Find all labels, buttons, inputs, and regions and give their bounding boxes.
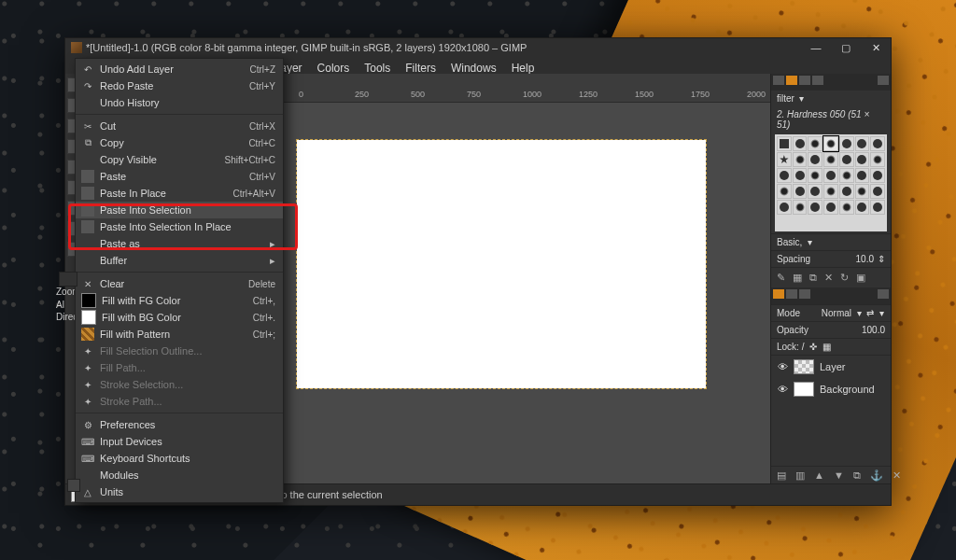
menu-label: Paste Into Selection In Place bbox=[100, 221, 232, 232]
layer-group-icon[interactable]: ▥ bbox=[795, 469, 805, 482]
menu-fill-selection-outline: ✦Fill Selection Outline... bbox=[76, 343, 283, 359]
modules-icon bbox=[81, 469, 94, 482]
opacity-row[interactable]: Opacity 100.0 bbox=[771, 321, 891, 338]
pattern-swatch-icon bbox=[81, 328, 94, 341]
menu-separator bbox=[76, 272, 283, 273]
menu-fill-path: ✦Fill Path... bbox=[76, 359, 283, 376]
menu-undo[interactable]: ↶Undo Add LayerCtrl+Z bbox=[76, 61, 283, 77]
minimize-button[interactable]: — bbox=[810, 42, 822, 53]
maximize-button[interactable]: ▢ bbox=[840, 42, 851, 53]
close-button[interactable]: ✕ bbox=[870, 42, 881, 53]
filter-label: filter bbox=[777, 93, 794, 104]
brush-grid[interactable] bbox=[775, 134, 887, 231]
duplicate-brush-icon[interactable]: ⧉ bbox=[809, 272, 817, 284]
menu-paste[interactable]: PasteCtrl+V bbox=[76, 168, 283, 185]
ruler-tick: 250 bbox=[355, 90, 369, 99]
menu-label: Stroke Path... bbox=[100, 396, 162, 407]
lock-pixels-icon[interactable]: ✜ bbox=[809, 342, 817, 352]
duplicate-layer-icon[interactable]: ⧉ bbox=[853, 469, 861, 482]
ruler-tick: 500 bbox=[411, 90, 425, 99]
edit-brush-icon[interactable]: ✎ bbox=[777, 272, 785, 284]
layer-row[interactable]: 👁 Layer bbox=[771, 356, 891, 378]
fg-swatch-icon bbox=[81, 293, 96, 308]
menu-copy[interactable]: ⧉CopyCtrl+C bbox=[76, 134, 283, 151]
lock-row[interactable]: Lock: / ✜ ▦ bbox=[771, 338, 891, 355]
menu-modules[interactable]: Modules bbox=[76, 467, 283, 483]
menu-shortcut: Ctrl+Y bbox=[249, 81, 275, 91]
switch-icon[interactable]: ⇄ bbox=[866, 308, 874, 318]
lock-alpha-icon[interactable]: ▦ bbox=[822, 342, 831, 352]
ruler-tick: 1750 bbox=[691, 90, 710, 99]
chevron-down-icon: ▾ bbox=[855, 308, 863, 318]
tool-indicator-icon bbox=[59, 272, 77, 287]
canvas[interactable] bbox=[297, 140, 706, 388]
menu-shortcut: Ctrl+Alt+V bbox=[232, 189, 275, 199]
menu-fill-pattern[interactable]: Fill with PatternCtrl+; bbox=[76, 326, 283, 343]
menu-label: Fill with FG Color bbox=[102, 295, 180, 306]
dock-tab-icon[interactable] bbox=[799, 76, 810, 85]
refresh-brushes-icon[interactable]: ↻ bbox=[840, 272, 849, 284]
blank-icon bbox=[81, 237, 94, 250]
delete-layer-icon[interactable]: ✕ bbox=[893, 469, 901, 482]
menu-paste-in-place[interactable]: Paste In PlaceCtrl+Alt+V bbox=[76, 185, 283, 202]
menu-units[interactable]: △Units bbox=[76, 483, 283, 500]
channels-tab-icon[interactable] bbox=[786, 289, 797, 299]
anchor-layer-icon[interactable]: ⚓ bbox=[870, 469, 883, 482]
dock-tab-menu-icon[interactable] bbox=[878, 289, 889, 299]
brush-actions: ✎ ▦ ⧉ ✕ ↻ ▣ bbox=[771, 267, 891, 287]
brush-preset-selector[interactable]: Basic, ▾ bbox=[771, 233, 891, 250]
ruler-tick: 1500 bbox=[635, 90, 654, 99]
visibility-toggle-icon[interactable]: 👁 bbox=[777, 361, 788, 372]
clear-icon: ✕ bbox=[81, 277, 94, 290]
menu-keyboard-shortcuts[interactable]: ⌨Keyboard Shortcuts bbox=[76, 450, 283, 467]
chevron-down-icon: ▾ bbox=[878, 308, 885, 318]
menu-paste-into-selection[interactable]: Paste Into Selection bbox=[76, 202, 283, 218]
new-brush-icon[interactable]: ▦ bbox=[793, 272, 802, 284]
lower-layer-icon[interactable]: ▼ bbox=[834, 469, 844, 482]
stepper-icon[interactable]: ⇕ bbox=[878, 254, 885, 264]
menu-separator bbox=[76, 413, 283, 413]
raise-layer-icon[interactable]: ▲ bbox=[814, 469, 824, 482]
layer-thumb bbox=[794, 382, 814, 397]
menu-shortcut: Ctrl+V bbox=[249, 172, 275, 182]
menu-preferences[interactable]: ⚙Preferences bbox=[76, 416, 283, 433]
blank-icon: ✦ bbox=[81, 361, 94, 374]
layer-name: Background bbox=[820, 384, 875, 395]
window-title: *[Untitled]-1.0 (RGB color 8-bit gamma i… bbox=[86, 42, 527, 53]
layer-mode-row[interactable]: Mode Normal ▾ ⇄ ▾ bbox=[771, 304, 891, 321]
dock-tabs-layers bbox=[771, 287, 891, 304]
menu-paste-into-selection-in-place[interactable]: Paste Into Selection In Place bbox=[76, 218, 283, 235]
layers-list: 👁 Layer 👁 Background bbox=[771, 355, 891, 466]
dock-tab-menu-icon[interactable] bbox=[878, 76, 889, 85]
menu-cut[interactable]: ✂CutCtrl+X bbox=[76, 118, 283, 134]
layers-tab-icon[interactable] bbox=[773, 289, 784, 299]
menu-fill-fg[interactable]: Fill with FG ColorCtrl+, bbox=[76, 292, 283, 309]
brush-filter[interactable]: filter ▾ bbox=[771, 91, 891, 106]
spacing-row[interactable]: Spacing 10.0 ⇕ bbox=[771, 250, 891, 267]
menu-label: Buffer bbox=[100, 255, 127, 266]
new-layer-icon[interactable]: ▤ bbox=[777, 469, 786, 482]
menu-clear[interactable]: ✕ClearDelete bbox=[76, 275, 283, 292]
paths-tab-icon[interactable] bbox=[799, 289, 810, 299]
copy-visible-icon bbox=[81, 153, 94, 166]
menu-undo-history[interactable]: Undo History bbox=[76, 94, 283, 111]
blank-icon: ✦ bbox=[81, 344, 94, 357]
menu-fill-bg[interactable]: Fill with BG ColorCtrl+. bbox=[76, 309, 283, 326]
menu-label: Copy bbox=[100, 137, 124, 148]
window-controls: — ▢ ✕ bbox=[810, 42, 885, 53]
menu-paste-as[interactable]: Paste as▸ bbox=[76, 235, 283, 252]
menu-copy-visible[interactable]: Copy VisibleShift+Ctrl+C bbox=[76, 151, 283, 168]
visibility-toggle-icon[interactable]: 👁 bbox=[777, 384, 788, 395]
menu-shortcut: Ctrl+X bbox=[249, 121, 275, 132]
bg-swatch-icon bbox=[81, 310, 96, 325]
menu-input-devices[interactable]: ⌨Input Devices bbox=[76, 433, 283, 450]
dock-tab-icon[interactable] bbox=[812, 76, 823, 85]
dock-tab-icon[interactable] bbox=[786, 76, 797, 85]
menu-redo[interactable]: ↷Redo PasteCtrl+Y bbox=[76, 77, 283, 94]
layer-row[interactable]: 👁 Background bbox=[771, 378, 891, 400]
preferences-icon: ⚙ bbox=[81, 418, 94, 431]
menu-buffer[interactable]: Buffer▸ bbox=[76, 252, 283, 269]
dock-tab-icon[interactable] bbox=[773, 76, 784, 85]
delete-brush-icon[interactable]: ✕ bbox=[824, 272, 833, 284]
open-as-image-icon[interactable]: ▣ bbox=[856, 272, 865, 284]
